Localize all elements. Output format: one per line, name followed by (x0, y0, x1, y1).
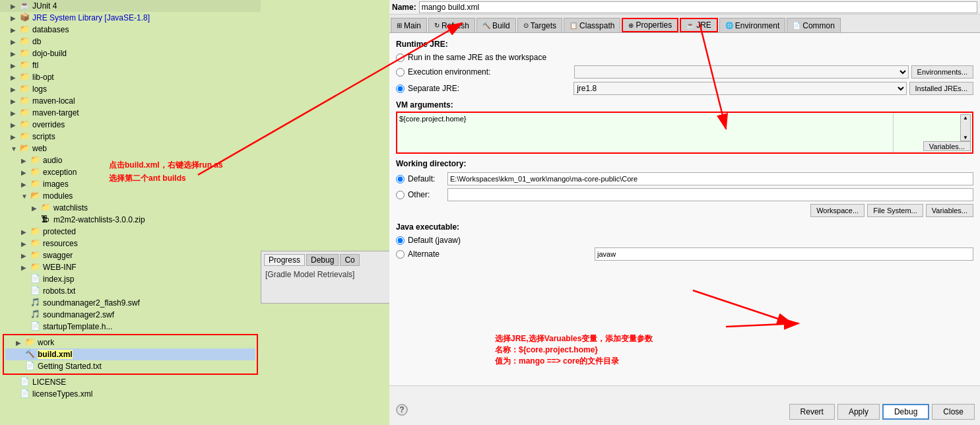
tree-item-images[interactable]: ▶ 📁 images (0, 178, 261, 190)
tree-item-exception[interactable]: ▶ 📁 exception (0, 166, 261, 178)
radio-separate-jre[interactable] (396, 84, 405, 93)
other-workdir-input[interactable] (447, 188, 973, 201)
tree-label: JUnit 4 (32, 1, 57, 11)
tree-item-logs[interactable]: ▶ 📁 logs (0, 83, 261, 95)
tree-item-web[interactable]: ▼ 📂 web (0, 143, 261, 154)
dialog-bottom-area: ? Revert Apply Debug Close (389, 385, 980, 425)
revert-button[interactable]: Revert (789, 404, 835, 420)
file-icon: 📄 (20, 377, 30, 387)
tree-item-modules[interactable]: ▼ 📂 modules (0, 190, 261, 202)
tree-item-dojo[interactable]: ▶ 📁 dojo-build (0, 48, 261, 59)
help-button[interactable]: ? (396, 404, 408, 416)
file-system-button[interactable]: File System... (867, 204, 923, 217)
tab-refresh[interactable]: ↻ Refresh (428, 18, 475, 32)
tree-label: resources (43, 239, 78, 248)
tab-main-label: Main (404, 21, 421, 30)
expand-arrow: ▶ (11, 98, 20, 105)
tab-progress[interactable]: Progress (264, 254, 305, 266)
tree-item-maven-local[interactable]: ▶ 📁 maven-local (0, 95, 261, 107)
radio-default-exec[interactable] (396, 236, 405, 245)
tree-item-overrides[interactable]: ▶ 📁 overrides (0, 119, 261, 131)
folder-icon: 📁 (25, 337, 36, 348)
tree-item-ftl[interactable]: ▶ 📁 ftl (0, 59, 261, 71)
tree-item-resources[interactable]: ▶ 📁 resources (0, 238, 261, 249)
tree-item-db[interactable]: ▶ 📁 db (0, 36, 261, 48)
tab-environment[interactable]: 🌐 Environment (719, 18, 785, 32)
tree-item-soundmanager-flash[interactable]: ▶ 🎵 soundmanager2_flash9.swf (0, 297, 261, 309)
vm-args-title: VM arguments: (396, 100, 973, 110)
working-dir-default-row: Default: (396, 172, 973, 185)
tree-item-junit4[interactable]: ▶ ☕ JUnit 4 (0, 0, 261, 12)
other-workdir-label: Other: (408, 190, 447, 199)
default-workdir-input[interactable] (447, 172, 973, 185)
radio-same-jre[interactable] (396, 53, 405, 62)
tree-item-startup[interactable]: ▶ 📄 startupTemplate.h... (0, 321, 261, 333)
tab-debug[interactable]: Debug (306, 254, 339, 266)
tab-common[interactable]: 📄 Common (787, 18, 841, 32)
targets-tab-icon: ⊙ (523, 22, 529, 29)
tree-item-license-types[interactable]: ▶ 📄 licenseTypes.xml (0, 388, 261, 400)
tree-item-index-jsp[interactable]: ▶ 📄 index.jsp (0, 273, 261, 285)
tree-label: databases (32, 25, 69, 34)
tree-label: ftl (32, 61, 38, 70)
tab-jre-label: JRE (696, 20, 711, 30)
tree-item-databases[interactable]: ▶ 📁 databases (0, 24, 261, 36)
environments-button[interactable]: Environments... (911, 65, 973, 79)
installed-jres-button[interactable]: Installed JREs... (909, 82, 973, 95)
tree-item-libopt[interactable]: ▶ 📁 lib-opt (0, 71, 261, 83)
debug-button[interactable]: Debug (882, 404, 929, 420)
tree-item-work[interactable]: ▶ 📁 work (5, 337, 255, 348)
radio-other-workdir[interactable] (396, 191, 405, 199)
tree-item-watchlists[interactable]: ▶ 📁 watchlists (0, 202, 261, 214)
expand-arrow: ▶ (11, 62, 20, 69)
vm-args-right: ▲ ▼ Variables... (893, 113, 972, 152)
tree-label: logs (32, 84, 47, 94)
radio-same-jre-row: Run in the same JRE as the workspace (396, 53, 973, 62)
radio-default-workdir[interactable] (396, 175, 405, 183)
name-label: Name: (392, 3, 416, 12)
java-exec-title: Java executable: (396, 222, 973, 232)
tree-label: exception (43, 168, 77, 177)
tree-item-build-xml[interactable]: ▶ 🔨 build.xml (5, 348, 255, 360)
close-button[interactable]: Close (932, 404, 975, 420)
tree-label: WEB-INF (43, 263, 77, 272)
scroll-down-arrow: ▼ (963, 135, 968, 141)
vm-variables-button[interactable]: Variables... (923, 141, 971, 151)
tab-refresh-label: Refresh (441, 21, 469, 30)
tree-item-zip[interactable]: ▶ 🗜 m2m2-watchlists-3.0.0.zip (0, 214, 261, 226)
tab-main[interactable]: ⊞ Main (391, 18, 427, 32)
tree-label: soundmanager2.swf (43, 310, 114, 319)
tree-item-robots[interactable]: ▶ 📄 robots.txt (0, 285, 261, 297)
vm-args-scrollbar[interactable]: ▲ ▼ (960, 114, 971, 141)
tree-item-license[interactable]: ▶ 📄 LICENSE (0, 376, 261, 388)
expand-arrow: ▶ (21, 169, 30, 176)
tree-item-scripts[interactable]: ▶ 📁 scripts (0, 131, 261, 143)
tab-build[interactable]: 🔨 Build (476, 18, 516, 32)
tab-targets[interactable]: ⊙ Targets (517, 18, 562, 32)
apply-button[interactable]: Apply (837, 404, 880, 420)
tree-item-audio[interactable]: ▶ 📁 audio (0, 154, 261, 166)
workdir-variables-button[interactable]: Variables... (926, 204, 973, 217)
tree-item-jre[interactable]: ▶ 📦 JRE System Library [JavaSE-1.8] (0, 12, 261, 24)
vm-args-textarea[interactable]: ${core.project.home} (397, 113, 893, 152)
tab-classpath[interactable]: 📋 Classpath (564, 18, 620, 32)
tree-item-webinf[interactable]: ▶ 📁 WEB-INF (0, 261, 261, 273)
zip-icon: 🗜 (41, 214, 51, 225)
exec-env-dropdown[interactable] (574, 65, 908, 79)
tree-item-swagger[interactable]: ▶ 📁 swagger (0, 249, 261, 261)
tree-item-soundmanager[interactable]: ▶ 🎵 soundmanager2.swf (0, 309, 261, 321)
radio-exec-env[interactable] (396, 68, 405, 77)
tab-properties[interactable]: ⊕ Properties (622, 18, 678, 32)
radio-alternate-exec[interactable] (396, 250, 405, 259)
separate-jre-dropdown[interactable]: jre1.8 (573, 82, 906, 95)
tree-item-maven-target[interactable]: ▶ 📁 maven-target (0, 107, 261, 119)
alternate-exec-input[interactable] (595, 247, 973, 261)
workspace-button[interactable]: Workspace... (810, 204, 865, 217)
radio-separate-jre-row: Separate JRE: jre1.8 Installed JREs... (396, 82, 973, 95)
tree-label: robots.txt (43, 286, 75, 296)
tree-item-getting-started[interactable]: ▶ 📄 Getting Started.txt (5, 360, 255, 372)
tab-jre[interactable]: ☕ JRE (680, 18, 718, 32)
name-input[interactable] (419, 1, 977, 13)
tree-item-protected[interactable]: ▶ 📁 protected (0, 226, 261, 238)
tab-co[interactable]: Co (340, 254, 359, 266)
